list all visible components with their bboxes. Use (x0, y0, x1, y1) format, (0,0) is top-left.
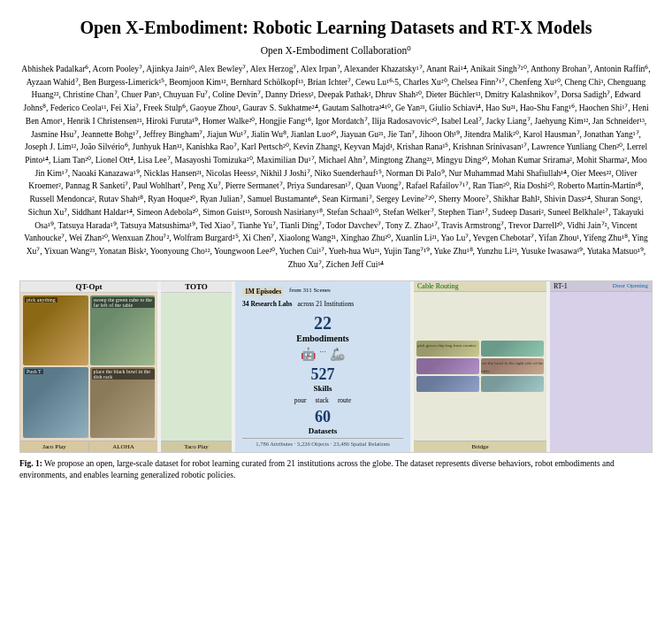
datasets-label: Datasets (242, 426, 403, 435)
datasets-group: 60 Datasets (242, 408, 403, 435)
rt1-images (550, 367, 652, 376)
skill-types-row: pour stack route (242, 396, 403, 404)
toto-section: TOTO Taco Play (161, 281, 232, 452)
pick-green-bag: pick green chip bag from counter (416, 342, 477, 349)
qt-opt-img-3: Push T (23, 367, 88, 438)
episodes-stat: 1M Episodes (242, 287, 284, 296)
bridge-img-6 (481, 376, 544, 392)
skills-group: 527 Skills (242, 365, 403, 393)
pick-anything-label: pick anything (25, 297, 57, 303)
spatial-stat: 23,486 Spatial Relations (333, 441, 390, 447)
robot-icons-row: 🤖 ··· 🦾 (242, 347, 403, 362)
bridge-header: Cable Routing (414, 281, 546, 292)
robot-icon-2: 🦾 (330, 347, 345, 362)
embodiments-group: 22 Embodiments (242, 313, 403, 343)
bridge-img-3 (416, 358, 479, 374)
bridge-label: Bridge (414, 441, 546, 452)
figure-caption: Fig. 1: We propose an open, large-scale … (19, 458, 653, 482)
toto-images (161, 363, 232, 370)
place-bowl-label: place the black bowl in the dish rack (92, 369, 156, 380)
set-bowl-label: set the bowl to the right side of the ta… (481, 360, 543, 374)
qt-opt-label: QT-Opt (20, 281, 157, 293)
bridge-images: pick green chip bag from counter set the… (414, 338, 546, 395)
collaboration-line: Open X-Embodiment Collaboration⁰ (19, 44, 653, 57)
across-stat: across 21 Institutions (298, 300, 355, 308)
labs-stats: 34 Research Labs across 21 Institutions (242, 300, 403, 308)
qt-opt-section: QT-Opt pick anything sweep the green cub… (20, 281, 157, 452)
taco-play-label: Taco Play (161, 441, 232, 452)
rt1-section: RT-1 Door Opening (550, 281, 652, 452)
route-label: route (338, 396, 351, 404)
embodiments-label: Embodiments (242, 334, 403, 343)
rt1-content (550, 292, 652, 452)
pour-label: pour (294, 396, 307, 404)
qt-opt-content: pick anything sweep the green cube to th… (20, 293, 157, 441)
top-stats: 1M Episodes from 311 Scenes (242, 287, 403, 296)
paper-title: Open X-Embodiment: Robotic Learning Data… (19, 16, 653, 39)
objects-stat: 5,226 Objects (297, 441, 329, 447)
figure-row: QT-Opt pick anything sweep the green cub… (19, 280, 653, 453)
qt-opt-img-1: pick anything (23, 295, 88, 366)
toto-content (161, 293, 232, 441)
stack-label: stack (315, 396, 328, 404)
cable-routing-label: Cable Routing (417, 282, 458, 290)
center-section: 1M Episodes from 311 Scenes 34 Research … (235, 281, 410, 452)
sweep-green-label: sweep the green cube to the far left of … (92, 297, 156, 308)
door-opening-label: Door Opening (613, 282, 648, 289)
rt1-header: RT-1 Door Opening (550, 281, 652, 292)
authors-block: Abhishek Padalkar⁶, Acorn Pooley⁷, Ajink… (19, 63, 653, 272)
bridge-content: pick green chip bag from counter set the… (414, 292, 546, 441)
figure-1: QT-Opt pick anything sweep the green cub… (19, 280, 653, 482)
robot-icon-1: 🤖 (301, 347, 316, 362)
skills-label: Skills (242, 384, 403, 393)
labs-stat: 34 Research Labs (242, 300, 293, 308)
bridge-section: Cable Routing pick green chip bag from c… (414, 281, 546, 452)
fig-label: Fig. 1: (19, 459, 42, 468)
attributes-row: 1,786 Attributes · 5,226 Objects · 23,48… (242, 438, 403, 447)
bridge-img-2 (481, 341, 544, 357)
center-info: 1M Episodes from 311 Scenes 34 Research … (235, 281, 410, 452)
jaco-play-label: Jaco Play (20, 441, 89, 452)
rt1-label: RT-1 (554, 282, 568, 290)
toto-label: TOTO (161, 281, 232, 293)
qt-opt-img-2: sweep the green cube to the far left of … (90, 295, 156, 366)
ellipsis-1: ··· (319, 347, 326, 362)
embodiments-num: 22 (242, 313, 403, 334)
aloha-label: ALOHA (89, 441, 157, 452)
push-t-label: Push T (25, 369, 43, 374)
bridge-img-4: set the bowl to the right side of the ta… (481, 358, 544, 374)
page: Open X-Embodiment: Robotic Learning Data… (0, 0, 672, 492)
bridge-img-5 (416, 376, 479, 392)
attributes-stat: 1,786 Attributes (256, 441, 293, 447)
from-text-stat: from 311 Scenes (289, 287, 331, 296)
skills-num: 527 (242, 365, 403, 384)
caption-text: We propose an open, large-scale dataset … (19, 459, 615, 479)
bridge-img-1: pick green chip bag from counter (416, 341, 479, 357)
datasets-num: 60 (242, 408, 403, 426)
qt-opt-images: pick anything sweep the green cube to th… (20, 293, 157, 441)
qt-opt-img-4: place the black bowl in the dish rack (90, 367, 156, 438)
